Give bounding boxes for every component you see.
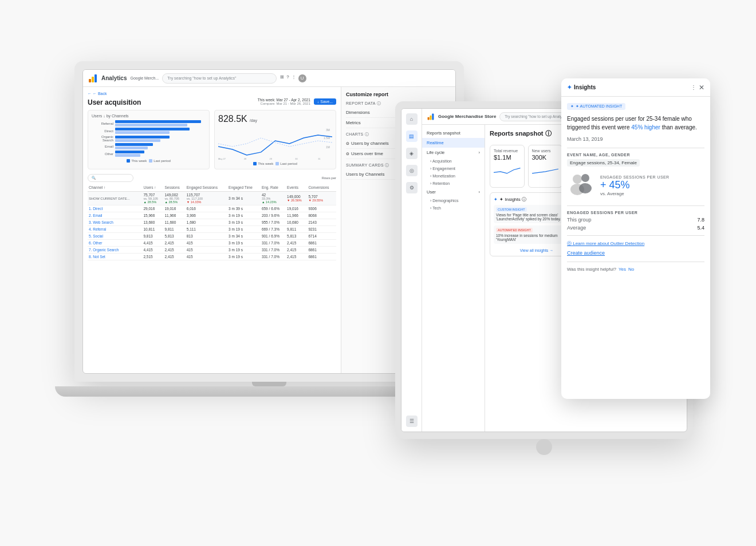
tablet-home-bar bbox=[395, 439, 693, 455]
menu-engagement[interactable]: › Engagement bbox=[422, 165, 485, 172]
toggle-icon: ⊙ bbox=[346, 141, 349, 146]
no-link[interactable]: No bbox=[628, 267, 634, 272]
save-button[interactable]: ↓ Save... bbox=[314, 98, 336, 105]
laptop-main: ← ← Back User acquisition This week: Mar… bbox=[83, 87, 341, 373]
svg-text:1M: 1M bbox=[326, 146, 330, 149]
tablet-page-title: Reports snapshot ⓘ bbox=[490, 129, 552, 138]
menu-demographics[interactable]: › Demographics bbox=[422, 197, 485, 204]
more-icon[interactable]: ⋮ bbox=[691, 84, 696, 90]
menu-realtime[interactable]: Realtime bbox=[422, 138, 485, 148]
toggle-icon: ⊙ bbox=[346, 152, 349, 156]
laptop-header-icons: ⊞ ? ⋮ U bbox=[280, 74, 306, 82]
table-header-row: Channel ↑ Users ↑ Sessions Engaged Sessi… bbox=[88, 184, 336, 192]
bar-chart-legend: This week Last period bbox=[92, 159, 206, 163]
close-icon[interactable]: ✕ bbox=[699, 84, 704, 92]
col-channel[interactable]: Channel ↑ bbox=[88, 184, 142, 192]
col-time[interactable]: Engaged Time bbox=[227, 184, 261, 192]
col-rate[interactable]: Eng. Rate bbox=[261, 184, 286, 192]
divider-3 bbox=[567, 235, 704, 236]
laptop-search[interactable]: Try searching "how to set up Analytics" bbox=[162, 73, 277, 84]
insight-main-text: Engaged sessions per user for 25-34 fema… bbox=[567, 114, 704, 132]
svg-text:3M: 3M bbox=[326, 129, 330, 132]
insight-panel-title: ✦ Insights bbox=[567, 84, 596, 90]
svg-rect-13 bbox=[432, 113, 434, 120]
col-sessions[interactable]: Sessions bbox=[163, 184, 185, 192]
tablet-nav: ⌂ ▤ ◈ ◎ ⚙ ☰ bbox=[401, 109, 422, 432]
customize-title: Customize report bbox=[346, 92, 451, 97]
table-search[interactable] bbox=[88, 174, 133, 182]
table-row: 8. Not Set2,5152,4154153 m 19 s331 / 7.0… bbox=[88, 254, 336, 260]
col-users[interactable]: Users ↑ bbox=[142, 184, 163, 192]
menu-acquisition[interactable]: › Acquisition bbox=[422, 157, 485, 165]
grid-icon[interactable]: ⊞ bbox=[280, 74, 284, 82]
svg-text:30: 30 bbox=[295, 157, 298, 160]
menu-monetization[interactable]: › Monetization bbox=[422, 172, 485, 180]
nav-library-icon[interactable]: ☰ bbox=[406, 416, 418, 427]
tablet-home-button[interactable] bbox=[536, 439, 552, 455]
back-link[interactable]: ← ← Back bbox=[88, 92, 336, 96]
insight-panel-body: ✦ ✦ AUTOMATED INSIGHT Engaged sessions p… bbox=[561, 97, 710, 399]
insight-tags: Engage sessions, 25-34, Female bbox=[567, 159, 704, 167]
stat-label: ENGAGED SESSIONS PER USER bbox=[600, 175, 704, 179]
col-events[interactable]: Events bbox=[286, 184, 307, 192]
analytics-logo-icon bbox=[88, 73, 98, 84]
insight-visual: ENGAGED SESSIONS PER USER + 45% vs. Aver… bbox=[567, 171, 704, 200]
stat-value: + 45% bbox=[600, 179, 704, 191]
nav-advertising-icon[interactable]: ◎ bbox=[406, 165, 418, 176]
learn-more-link[interactable]: ⓪ Learn more about Outlier Detection bbox=[567, 240, 704, 247]
line-chart-value: 828.5K bbox=[218, 114, 247, 124]
svg-point-17 bbox=[579, 183, 592, 193]
nav-home-icon[interactable]: ⌂ bbox=[406, 113, 418, 125]
laptop-notch bbox=[252, 382, 286, 386]
svg-point-14 bbox=[573, 175, 582, 184]
insight-avatar bbox=[567, 171, 596, 200]
menu-reports-snapshot[interactable]: Reports snapshot bbox=[422, 128, 485, 138]
svg-rect-0 bbox=[89, 79, 91, 82]
insight-highlight: 45% higher bbox=[631, 124, 660, 130]
svg-rect-2 bbox=[94, 74, 97, 82]
metric-row-group: This group 7.8 bbox=[567, 217, 704, 223]
line-chart-legend: This week Last period bbox=[218, 162, 332, 165]
avatar-icon[interactable]: U bbox=[298, 74, 306, 82]
table-row: 2. Email15,96611,9663,9063 m 19 s203 / 9… bbox=[88, 212, 336, 219]
metric-row-average: Average 5.4 bbox=[567, 225, 704, 231]
svg-text:29: 29 bbox=[270, 157, 273, 160]
insights-star-icon: ✦ bbox=[494, 197, 498, 202]
menu-tech[interactable]: › Tech bbox=[422, 204, 485, 212]
nav-explore-icon[interactable]: ◈ bbox=[406, 148, 418, 159]
laptop-brand-sub: Google Merch... bbox=[130, 76, 159, 80]
line-chart-area: 3M 1.5M 1M May 27 bbox=[218, 126, 332, 161]
insight-date: March 13, 2019 bbox=[567, 136, 704, 142]
bar-chart: Users ↓ by Channels Referral Direct Orga… bbox=[88, 110, 210, 169]
event-section-label: EVENT NAME, AGE, GENDER bbox=[567, 153, 704, 157]
ga-logo-icon bbox=[427, 113, 435, 121]
bar-chart-label: Users ↓ by Channels bbox=[92, 114, 206, 118]
charts-row: Users ↓ by Channels Referral Direct Orga… bbox=[88, 110, 336, 169]
table-row: 4. Referral10,8119,8115,1113 m 19 s669 /… bbox=[88, 226, 336, 233]
menu-lifecycle[interactable]: Life cycle › bbox=[422, 148, 485, 157]
line-chart: 828.5K /day 3M 1.5M 1M bbox=[214, 110, 336, 169]
laptop-brand: Analytics bbox=[101, 75, 127, 81]
revenue-sparkline bbox=[494, 163, 521, 177]
bar-chart-bars: Referral Direct Organic Search Email Oth… bbox=[92, 120, 206, 157]
create-audience-btn[interactable]: Create audience bbox=[567, 250, 704, 256]
menu-retention[interactable]: › Retention bbox=[422, 180, 485, 187]
col-engaged[interactable]: Engaged Sessions bbox=[186, 184, 227, 192]
insight-badge: ✦ ✦ AUTOMATED INSIGHT bbox=[567, 103, 625, 110]
scene: Analytics Google Merch... Try searching … bbox=[63, 44, 693, 502]
help-icon[interactable]: ? bbox=[286, 74, 289, 82]
more-icon[interactable]: ⋮ bbox=[292, 74, 296, 82]
menu-user[interactable]: User › bbox=[422, 187, 485, 197]
table-summary-row: SHOW CURRENT DATE... 75,707vs. 59,105▲ 2… bbox=[88, 192, 336, 205]
divider-4 bbox=[567, 262, 704, 262]
nav-configure-icon[interactable]: ⚙ bbox=[406, 182, 418, 193]
divider bbox=[567, 148, 704, 148]
nav-reports-icon[interactable]: ▤ bbox=[406, 130, 418, 142]
col-conversions[interactable]: Conversions bbox=[307, 184, 336, 192]
insight-panel-header: ✦ Insights ⋮ ✕ bbox=[561, 78, 710, 97]
page-title: User acquisition bbox=[88, 98, 141, 106]
yes-link[interactable]: Yes bbox=[619, 267, 626, 272]
star-icon: ✦ bbox=[570, 104, 574, 109]
table-row: 1. Direct29,01619,0166,0163 m 39 s659 / … bbox=[88, 205, 336, 212]
svg-text:1.5M: 1.5M bbox=[324, 137, 330, 140]
